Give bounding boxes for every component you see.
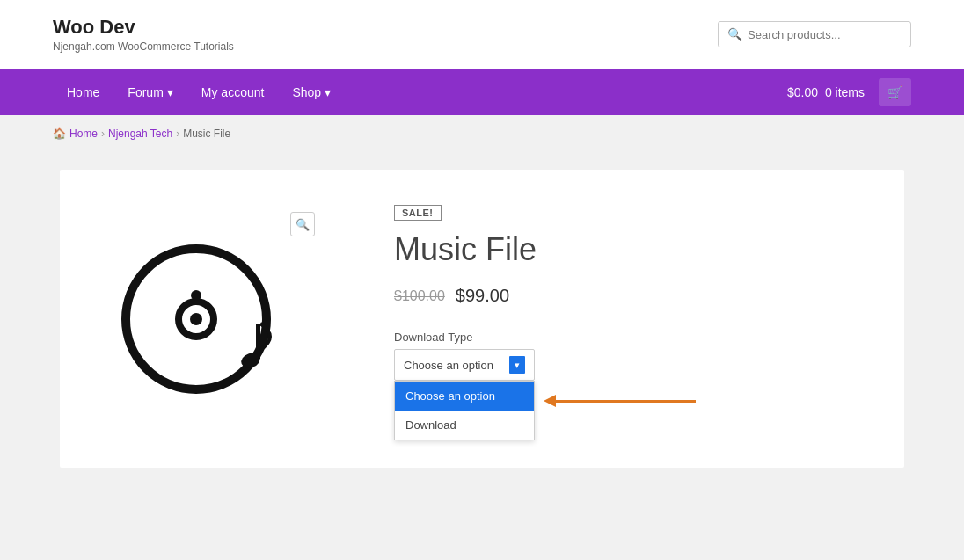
breadcrumb-category[interactable]: Njengah Tech bbox=[108, 127, 172, 140]
nav-item-myaccount[interactable]: My account bbox=[187, 69, 279, 115]
svg-point-2 bbox=[190, 313, 202, 325]
current-price: $99.00 bbox=[456, 286, 509, 306]
download-type-form-row: Download Type Choose an option ▾ Choose … bbox=[394, 331, 869, 381]
download-type-label: Download Type bbox=[394, 331, 869, 344]
nav-item-home[interactable]: Home bbox=[53, 69, 113, 115]
cart-total: $0.00 0 items bbox=[787, 85, 865, 99]
search-bar[interactable]: 🔍 bbox=[718, 21, 911, 47]
nav-item-shop[interactable]: Shop ▾ bbox=[278, 69, 345, 115]
chevron-down-icon: ▾ bbox=[325, 85, 331, 99]
product-details: SALE! Music File $100.00 $99.00 Download… bbox=[394, 205, 869, 433]
breadcrumb: 🏠 Home › Njengah Tech › Music File bbox=[0, 115, 964, 152]
product-image bbox=[95, 205, 315, 425]
arrow-annotation bbox=[544, 395, 696, 407]
dropdown-menu: Choose an option Download bbox=[394, 381, 535, 440]
sale-badge: SALE! bbox=[394, 205, 442, 221]
svg-point-3 bbox=[191, 290, 201, 301]
site-header: Woo Dev Njengah.com WooCommerce Tutorial… bbox=[0, 0, 964, 69]
search-icon: 🔍 bbox=[727, 27, 742, 41]
product-image-wrap: 🔍 bbox=[95, 205, 341, 433]
arrow-head-icon bbox=[544, 395, 556, 407]
breadcrumb-sep2: › bbox=[176, 127, 179, 140]
cart-icon[interactable]: 🛒 bbox=[879, 78, 911, 106]
site-branding: Woo Dev Njengah.com WooCommerce Tutorial… bbox=[53, 16, 234, 53]
site-title: Woo Dev bbox=[53, 16, 234, 39]
site-nav: Home Forum ▾ My account Shop ▾ $0.00 0 i… bbox=[0, 69, 964, 115]
breadcrumb-current: Music File bbox=[183, 127, 230, 140]
select-trigger[interactable]: Choose an option ▾ bbox=[394, 349, 535, 381]
search-input[interactable] bbox=[748, 28, 902, 41]
nav-left: Home Forum ▾ My account Shop ▾ bbox=[53, 69, 345, 115]
breadcrumb-home[interactable]: Home bbox=[69, 127, 98, 140]
breadcrumb-sep: › bbox=[101, 127, 105, 140]
site-tagline: Njengah.com WooCommerce Tutorials bbox=[53, 40, 234, 53]
select-value: Choose an option bbox=[404, 359, 493, 372]
select-arrow-icon: ▾ bbox=[509, 356, 525, 374]
arrow-line bbox=[555, 400, 696, 403]
home-icon: 🏠 bbox=[53, 127, 66, 140]
dropdown-item-choose[interactable]: Choose an option bbox=[395, 382, 534, 411]
product-title: Music File bbox=[394, 231, 869, 268]
product-image-svg bbox=[108, 218, 302, 411]
nav-right: $0.00 0 items 🛒 bbox=[787, 78, 911, 106]
dropdown-item-download[interactable]: Download bbox=[395, 411, 534, 440]
price-wrap: $100.00 $99.00 bbox=[394, 286, 869, 306]
product-card: 🔍 bbox=[60, 170, 904, 468]
zoom-button[interactable]: 🔍 bbox=[290, 212, 315, 236]
svg-rect-4 bbox=[256, 324, 260, 359]
select-wrapper[interactable]: Choose an option ▾ Choose an option Down… bbox=[394, 349, 535, 381]
original-price: $100.00 bbox=[394, 288, 445, 304]
main-content: 🔍 bbox=[0, 152, 964, 503]
chevron-down-icon: ▾ bbox=[167, 85, 173, 99]
nav-item-forum[interactable]: Forum ▾ bbox=[113, 69, 186, 115]
